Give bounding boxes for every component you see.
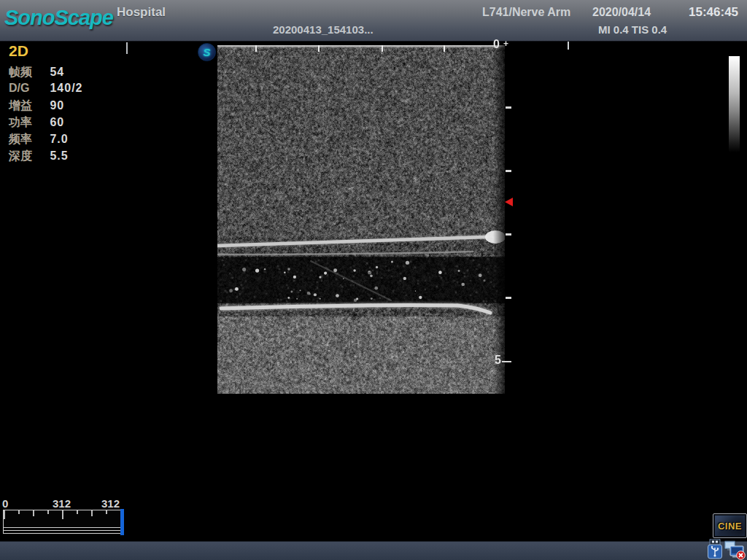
cine-ruler-tick [62, 510, 63, 519]
cine-ruler-tick [18, 510, 20, 514]
cine-position-marker[interactable] [120, 509, 124, 535]
depth-tick-2 [506, 170, 511, 172]
param-row-gain: 增益 90 [9, 98, 83, 115]
usb-storage-icon[interactable] [707, 539, 723, 559]
top-bar: SonoScape Hospital L741/Nerve Arm 2020/0… [0, 0, 747, 42]
param-label: D/G [9, 82, 47, 95]
cine-label-current: 312 [53, 497, 71, 510]
network-disconnected-icon[interactable] [724, 540, 746, 560]
probe-orientation-letter: S [203, 46, 210, 58]
brand-logo: SonoScape [4, 6, 113, 30]
depth-tick-5 [502, 361, 511, 362]
param-value: 140/2 [50, 82, 82, 94]
text-cursor-marker [126, 42, 128, 54]
param-row-power: 功率 60 [9, 115, 83, 132]
bottom-status-bar [0, 541, 747, 560]
param-value: 54 [50, 66, 64, 78]
focus-position-arrow-icon[interactable] [505, 198, 513, 206]
param-label: 增益 [9, 98, 47, 114]
cine-ruler-tick [33, 510, 34, 516]
param-label: 频率 [9, 132, 47, 147]
param-label: 深度 [9, 149, 47, 164]
grayscale-map-bar [729, 56, 740, 152]
cine-track-line [4, 530, 122, 531]
ultrasound-app-screen: SonoScape Hospital L741/Nerve Arm 2020/0… [0, 0, 747, 560]
depth-label-5: 5 [495, 354, 501, 367]
param-value: 90 [50, 99, 64, 112]
cine-label-start: 0 [2, 497, 8, 510]
clock-time: 15:46:45 [689, 5, 738, 20]
mode-label: 2D [9, 42, 83, 60]
cine-button[interactable]: CINE [713, 513, 747, 538]
hospital-name: Hospital [117, 5, 166, 20]
param-value: 7.0 [50, 133, 68, 145]
top-right-tick-marker [568, 42, 569, 50]
cine-ruler-tick [77, 510, 78, 514]
depth-top-plus-marker: + [503, 39, 508, 49]
param-row-framerate: 帧频 54 [9, 65, 83, 82]
param-label: 帧频 [9, 65, 47, 80]
cine-track-line [4, 527, 122, 528]
cine-ruler-tick [91, 510, 93, 516]
param-label: 功率 [9, 115, 47, 131]
cine-ruler-tick [106, 510, 107, 514]
probe-preset-label: L741/Nerve Arm [482, 6, 570, 19]
cine-scrubber-ruler[interactable] [3, 510, 123, 534]
mi-tis-indices: MI 0.4 TIS 0.4 [598, 23, 667, 36]
depth-label-0: 0 [493, 38, 500, 51]
depth-tick-4 [506, 297, 511, 299]
param-row-frequency: 频率 7.0 [9, 132, 83, 149]
param-value: 5.5 [50, 149, 68, 162]
exam-date: 2020/04/14 [592, 6, 651, 19]
cine-label-total: 312 [101, 497, 120, 510]
depth-tick-3 [506, 233, 511, 236]
cine-ruler-tick [47, 510, 49, 514]
param-value: 60 [50, 116, 64, 128]
param-row-dg: D/G 140/2 [9, 82, 83, 98]
exam-id: 20200413_154103... [273, 23, 374, 36]
parameter-panel: 2D 帧频 54 D/G 140/2 增益 90 功率 60 频率 7.0 深度… [9, 42, 83, 166]
cine-ruler-tick [4, 510, 5, 519]
depth-tick-1 [506, 106, 511, 109]
probe-orientation-marker: S [198, 43, 216, 61]
cine-button-label: CINE [718, 521, 742, 532]
ultrasound-image[interactable] [217, 45, 505, 394]
param-row-depth: 深度 5.5 [9, 149, 83, 166]
